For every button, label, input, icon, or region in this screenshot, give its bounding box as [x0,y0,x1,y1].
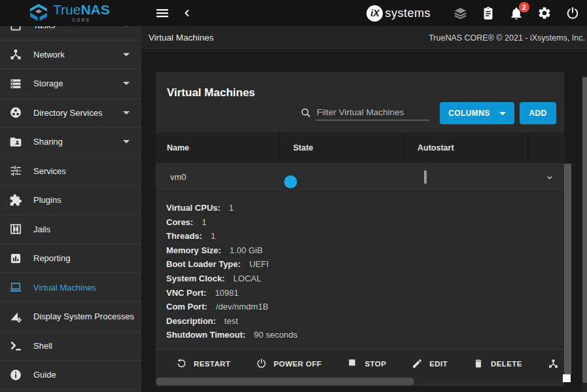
sidebar-item-label: Storage [33,79,123,88]
sidebar-item-directory-services[interactable]: Directory Services [0,99,141,128]
sidebar-item-label: Directory Services [33,108,123,118]
sidebar-item-label: Display System Processes [33,312,134,321]
edit-icon [412,358,423,369]
sidebar-item-label: Network [33,50,123,60]
chevron-down-icon [123,140,130,143]
tasks-icon [9,26,22,32]
sharing-icon [9,135,22,149]
sidebar-item-display-system-processes[interactable]: Display System Processes [0,302,141,332]
add-button[interactable]: ADD [520,102,556,124]
columns-button[interactable]: COLUMNS [440,102,514,124]
power-off-button[interactable]: POWER OFF [256,358,321,369]
card-toolbar: COLUMNS ADD [156,101,564,126]
devices-button[interactable]: DEVICES [548,358,564,369]
page-vertical-scrollbar[interactable] [582,76,587,392]
row-collapse-chevron-icon[interactable] [544,172,555,183]
detail-virtual-cpus: Virtual CPUs:1 [166,201,564,215]
notification-count-badge: 2 [519,2,529,12]
horizontal-scrollbar[interactable] [156,378,564,386]
services-icon [9,164,22,177]
autostart-checkbox[interactable] [424,170,427,184]
sidebar-item-jails[interactable]: Jails [0,215,141,245]
sidebar-nav: Tasks Network Storage Directory Services [0,26,141,392]
brand-sub-core: CORE [53,18,110,22]
virtual-machines-card: Virtual Machines COLUMNS ADD [156,72,564,386]
shell-icon [9,339,22,352]
reporting-icon [9,252,22,265]
power-icon[interactable] [565,6,580,21]
detail-vnc-port: VNC Port:10981 [166,286,564,300]
filter-virtual-machines-input[interactable] [315,106,429,120]
settings-gear-icon[interactable] [537,6,552,21]
sidebar-item-label: Reporting [33,253,132,263]
sidebar-item-guide[interactable]: Guide [0,361,141,390]
sidebar-item-label: Sharing [33,137,123,147]
sidebar-item-sharing[interactable]: Sharing [0,128,141,157]
detail-memory-size: Memory Size:1.00 GiB [166,243,564,258]
filter-box [300,106,429,120]
back-chevron-icon[interactable] [181,7,194,20]
sidebar-item-reporting[interactable]: Reporting [0,244,141,274]
content-area: Virtual Machines COLUMNS ADD [141,50,582,392]
chevron-down-icon [123,53,130,56]
table-header-row: Name State Autostart [156,133,564,163]
clipboard-tasks-icon[interactable] [481,6,496,21]
sidebar-item-network[interactable]: Network [0,41,141,70]
display-system-processes-icon [9,310,22,323]
detail-cores: Cores:1 [166,215,564,230]
sidebar-item-label: Jails [33,224,132,234]
stop-button[interactable]: STOP [347,358,387,369]
column-header-autostart[interactable]: Autostart [404,133,529,163]
breadcrumb-bar: Virtual Machines TrueNAS CORE® © 2021 - … [141,26,587,50]
brand-text: TrueNAS [53,2,110,17]
detail-threads: Threads:1 [166,229,564,243]
delete-button[interactable]: DELETE [473,358,522,369]
detail-boot-loader-type: Boot Loader Type:UEFI [166,257,564,272]
detail-description: Description:test [166,314,564,329]
main-area: Virtual Machines TrueNAS CORE® © 2021 - … [141,26,587,392]
jails-icon [9,223,22,236]
stop-icon [347,358,359,369]
storage-icon [9,77,22,90]
sidebar-item-services[interactable]: Services [0,157,141,187]
core-layers-icon[interactable] [453,6,468,21]
vm-action-bar: RESTART POWER OFF STOP [156,349,564,378]
chevron-down-icon [123,111,130,115]
horizontal-scrollbar-thumb[interactable] [156,378,414,385]
delete-icon [473,358,484,369]
detail-system-clock: System Clock:LOCAL [166,272,564,286]
vm-autostart-cell [404,171,529,183]
vm-details-panel: Virtual CPUs:1 Cores:1 Threads:1 Memory … [156,192,564,349]
sidebar-item-label: Services [33,166,132,176]
directory-services-icon [9,106,22,119]
chevron-down-icon [123,82,130,85]
table-vertical-scrollbar-thumb[interactable] [564,164,571,374]
plugins-icon [9,194,22,207]
copyright-text: TrueNAS CORE® © 2021 - iXsystems, Inc. [429,33,585,43]
sidebar-item-shell[interactable]: Shell [0,332,141,361]
truenas-logo[interactable]: TrueNAS CORE [29,3,110,22]
restart-button[interactable]: RESTART [176,358,230,369]
search-icon [300,107,311,118]
network-icon [9,48,22,61]
sidebar-item-virtual-machines[interactable]: Virtual Machines [0,274,141,303]
sidebar-item-storage[interactable]: Storage [0,69,141,99]
column-header-state[interactable]: State [280,133,404,163]
power-off-icon [256,358,267,369]
virtual-machines-icon [9,281,22,294]
chevron-down-icon [499,112,506,115]
column-header-name[interactable]: Name [156,133,280,163]
table-row[interactable]: vm0 [156,163,564,192]
edit-button[interactable]: EDIT [412,358,448,369]
notifications-bell-icon[interactable]: 2 [509,6,524,21]
sidebar-item-label: Virtual Machines [33,283,132,293]
ixsystems-logo: iX systems [366,5,431,22]
ix-circle-logo: iX [366,5,383,22]
page-vertical-scrollbar-thumb[interactable] [582,77,587,383]
sidebar-item-label: Guide [33,370,132,380]
detail-shutdown-timeout: Shutdown Timeout:90 seconds [166,328,564,342]
sidebar-item-plugins[interactable]: Plugins [0,186,141,215]
menu-hamburger-icon[interactable] [154,5,170,21]
sidebar-item-tasks[interactable]: Tasks [0,26,141,41]
detail-com-port: Com Port:/dev/nmdm1B [166,300,564,314]
